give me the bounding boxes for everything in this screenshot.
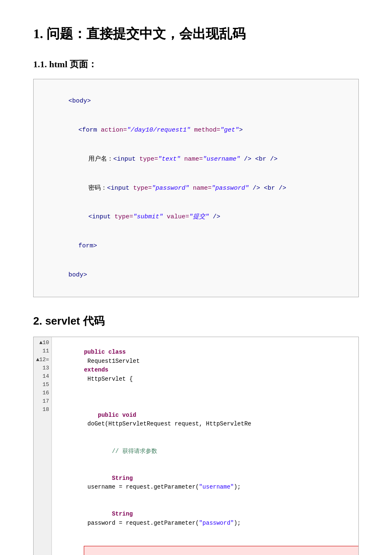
code-line-15: String password = request.getParameter("…: [56, 501, 354, 537]
line-num-15: 15: [36, 381, 49, 389]
section2-title: 2. servlet 代码: [33, 314, 359, 328]
code-line-14: String username = request.getParameter("…: [56, 465, 354, 501]
subsection1-title: 1.1. html 页面：: [33, 58, 359, 71]
section1-title: 1. 问题：直接提交中文，会出现乱码: [33, 25, 359, 43]
html-line-1: <body>: [44, 87, 348, 116]
line-num-11: 11: [36, 347, 49, 355]
code-line-11: [56, 393, 354, 402]
code-area: ▲10 11 ▲12= 13 14 15 16 17 18 public cla…: [34, 337, 358, 555]
code-line-13: // 获得请求参数: [56, 438, 354, 465]
code-line-16: System.out.println(username + ":" + pass…: [56, 537, 354, 555]
line-num-16: 16: [36, 389, 49, 397]
html-line-6: form>: [44, 232, 348, 261]
line-num-17: 17: [36, 397, 49, 406]
html-line-2: <form action="/day10/request1" method="g…: [44, 116, 348, 145]
line-num-14: 14: [36, 372, 49, 381]
html-line-3: 用户名：<input type="text" name="username" /…: [44, 145, 348, 174]
code-line-12: public void doGet(HttpServletRequest req…: [56, 402, 354, 438]
code-lines: public class Request1Servlet extends Htt…: [52, 337, 358, 555]
html-line-7: body>: [44, 261, 348, 290]
line-num-18: 18: [36, 406, 49, 414]
line-numbers: ▲10 11 ▲12= 13 14 15 16 17 18: [34, 337, 52, 555]
line-num-10: ▲10: [36, 339, 49, 347]
eclipse-editor: ▲10 11 ▲12= 13 14 15 16 17 18 public cla…: [33, 337, 359, 555]
html-line-5: <input type="submit" value="提交" />: [44, 203, 348, 232]
code-line-10: public class Request1Servlet extends Htt…: [56, 339, 354, 393]
line-num-13: 13: [36, 364, 49, 372]
html-code-block: <body> <form action="/day10/request1" me…: [33, 79, 359, 297]
line-num-12: ▲12=: [36, 356, 49, 364]
html-line-4: 密码：<input type="password" name="password…: [44, 174, 348, 203]
